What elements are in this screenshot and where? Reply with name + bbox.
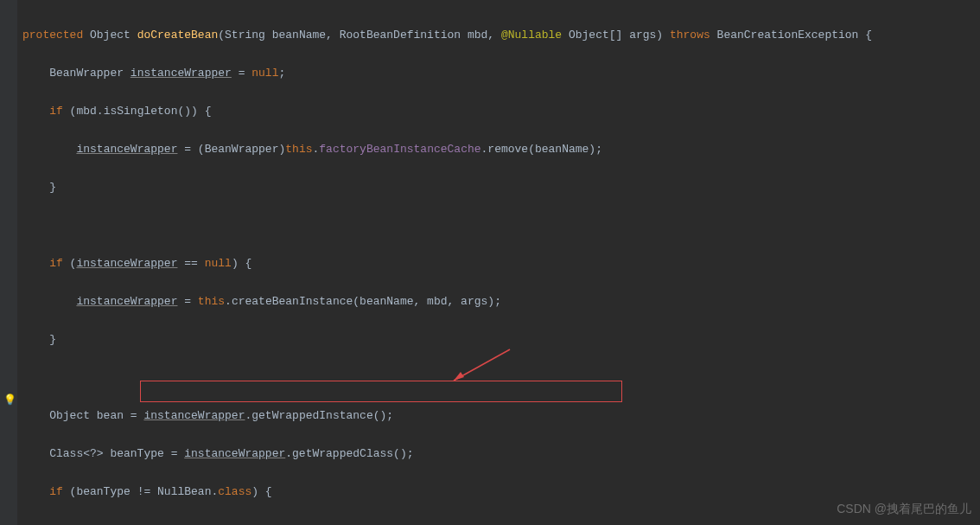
code-line: Object bean = instanceWrapper.getWrapped… xyxy=(22,407,980,426)
code-line: instanceWrapper = (BeanWrapper)this.fact… xyxy=(22,140,980,159)
code-line: instanceWrapper = this.createBeanInstanc… xyxy=(22,292,980,311)
code-line: protected Object doCreateBean(String bea… xyxy=(22,26,980,45)
code-line xyxy=(22,216,980,235)
code-line: if (instanceWrapper == null) { xyxy=(22,254,980,273)
lightbulb-icon[interactable]: 💡 xyxy=(3,391,16,410)
code-line: mbd.resolvedTargetType = beanType; xyxy=(22,521,980,525)
editor-gutter xyxy=(0,0,17,525)
watermark-text: CSDN @拽着尾巴的鱼儿 xyxy=(837,499,971,518)
code-line: Class<?> beanType = instanceWrapper.getW… xyxy=(22,445,980,464)
code-line: } xyxy=(22,178,980,197)
code-line xyxy=(22,368,980,387)
code-editor-content[interactable]: protected Object doCreateBean(String bea… xyxy=(0,0,980,525)
code-line: } xyxy=(22,330,980,349)
code-line: BeanWrapper instanceWrapper = null; xyxy=(22,64,980,83)
code-line: if (mbd.isSingleton()) { xyxy=(22,102,980,121)
